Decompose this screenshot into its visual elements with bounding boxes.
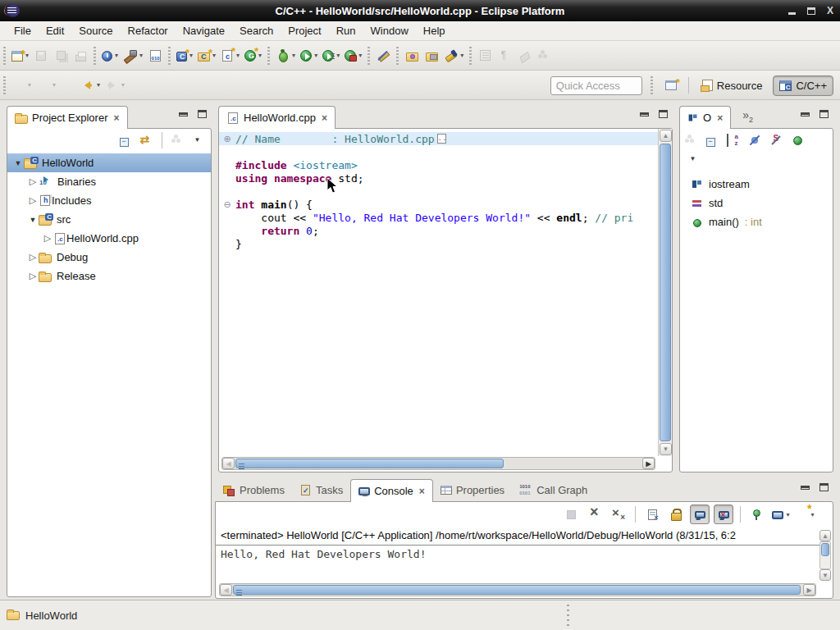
- console-output-text[interactable]: Hello, Red Hat Developers World!: [221, 548, 816, 581]
- stacked-views-indicator[interactable]: »2: [742, 108, 753, 124]
- scroll-lock-button[interactable]: [666, 504, 686, 524]
- hide-nonpublic-button[interactable]: [788, 131, 806, 149]
- scroll-down-button[interactable]: ▼: [660, 443, 672, 455]
- menu-refactor[interactable]: Refactor: [121, 22, 176, 39]
- tree-item-release[interactable]: ▷Release: [7, 267, 211, 285]
- tab-call-graph[interactable]: Call Graph: [512, 478, 595, 501]
- tab-tasks[interactable]: Tasks: [292, 478, 350, 501]
- tab-helloworld-cpp[interactable]: HelloWorld.cpp ×: [218, 106, 336, 129]
- dropdown-chevron[interactable]: ▾: [28, 81, 31, 89]
- maximize-view-button[interactable]: [819, 483, 829, 491]
- mark-occurrences-button[interactable]: [373, 45, 393, 66]
- hide-fields-button[interactable]: [746, 131, 764, 149]
- maximize-view-button[interactable]: [659, 110, 668, 118]
- maximize-button[interactable]: [807, 7, 815, 15]
- view-menu-button[interactable]: [685, 150, 703, 168]
- outline-item-main-[interactable]: main() : int: [680, 212, 833, 231]
- collapse-arrow[interactable]: ▼: [12, 159, 24, 167]
- dropdown-chevron[interactable]: ▾: [236, 52, 240, 59]
- minimize-view-button[interactable]: [179, 112, 188, 116]
- scroll-left-button[interactable]: ◀: [222, 458, 235, 469]
- code-editor-canvas[interactable]: ⊕// Name : HelloWorld.cpp..#include <ios…: [219, 129, 658, 456]
- tree-item-src[interactable]: ▼src: [7, 210, 211, 229]
- dropdown-chevron[interactable]: ▾: [189, 52, 193, 59]
- scroll-down-button[interactable]: ▼: [819, 569, 831, 581]
- minimize-view-button[interactable]: [640, 112, 649, 116]
- quick-access-input[interactable]: [550, 76, 642, 95]
- expand-arrow[interactable]: ▷: [27, 176, 39, 187]
- pin-console-button[interactable]: [747, 504, 767, 524]
- menu-search[interactable]: Search: [232, 22, 281, 39]
- sort-button[interactable]: [724, 131, 742, 149]
- external-tools-button[interactable]: ▾: [342, 45, 364, 66]
- remove-all-button[interactable]: [609, 504, 628, 524]
- dropdown-chevron[interactable]: ▾: [358, 52, 362, 59]
- open-resource-button[interactable]: [422, 45, 441, 66]
- remove-button[interactable]: [585, 504, 605, 524]
- dropdown-chevron[interactable]: ▾: [786, 511, 789, 518]
- scrollbar-thumb[interactable]: [233, 585, 801, 595]
- new-wizard-button[interactable]: ▾: [9, 45, 31, 66]
- close-tab-icon[interactable]: ×: [113, 112, 119, 124]
- debug-button[interactable]: ▾: [273, 45, 298, 66]
- new-c-project-button[interactable]: ▾: [174, 45, 195, 66]
- link-with-editor-button[interactable]: [138, 131, 156, 149]
- new-c-folder-button[interactable]: ▾: [195, 45, 218, 66]
- dropdown-chevron[interactable]: ▾: [115, 52, 118, 59]
- run-button[interactable]: ▾: [298, 45, 320, 66]
- menu-edit[interactable]: Edit: [39, 22, 71, 39]
- hide-static-button[interactable]: [767, 131, 785, 149]
- dropdown-chevron[interactable]: ▾: [97, 81, 100, 89]
- minimize-button[interactable]: [788, 7, 796, 15]
- dropdown-chevron[interactable]: ▾: [336, 52, 340, 59]
- editor-vertical-scrollbar[interactable]: ▲ ▼: [658, 129, 672, 456]
- profile-button[interactable]: ▾: [99, 45, 121, 66]
- tree-item-helloworld-cpp[interactable]: ▷HelloWorld.cpp: [7, 229, 211, 248]
- expand-arrow[interactable]: ▷: [27, 195, 39, 206]
- status-bar-grip[interactable]: [567, 605, 569, 626]
- clear-button[interactable]: [642, 504, 662, 524]
- folded-region-indicator[interactable]: ..: [437, 134, 446, 144]
- tab-project-explorer[interactable]: Project Explorer ×: [7, 106, 128, 129]
- dropdown-chevron[interactable]: ▾: [292, 52, 295, 59]
- open-console-button[interactable]: ▾: [795, 504, 815, 524]
- binary-button[interactable]: [145, 45, 165, 66]
- scrollbar-thumb[interactable]: [235, 459, 504, 468]
- scroll-right-button[interactable]: ▶: [803, 584, 815, 596]
- show-on-stderr-button[interactable]: [714, 504, 733, 524]
- menu-project[interactable]: Project: [281, 22, 328, 39]
- fold-plus-icon[interactable]: ⊕: [219, 134, 235, 144]
- dropdown-chevron[interactable]: ▾: [212, 52, 216, 59]
- tree-item-helloworld[interactable]: ▼HelloWorld: [7, 153, 211, 172]
- editor-horizontal-scrollbar[interactable]: ◀ ▶: [221, 457, 655, 470]
- display-console-button[interactable]: ▾: [771, 504, 791, 524]
- open-perspective-button[interactable]: [661, 75, 681, 96]
- close-tab-icon[interactable]: ×: [322, 112, 327, 124]
- menu-run[interactable]: Run: [329, 22, 363, 39]
- build-button[interactable]: ▾: [121, 45, 145, 66]
- show-on-stdout-button[interactable]: [690, 504, 710, 524]
- tab-properties[interactable]: Properties: [433, 478, 512, 501]
- outline-item-iostream[interactable]: iostream: [680, 175, 833, 194]
- back-button[interactable]: ▾: [78, 75, 103, 96]
- scrollbar-track[interactable]: [819, 541, 831, 569]
- collapse-all-button[interactable]: [116, 131, 135, 149]
- close-tab-icon[interactable]: ×: [717, 112, 723, 124]
- tab-outline[interactable]: O ×: [679, 106, 731, 129]
- perspective-cpp-button[interactable]: C/C++: [773, 75, 833, 96]
- maximize-view-button[interactable]: [819, 110, 829, 118]
- menu-file[interactable]: File: [7, 22, 39, 39]
- profile-as-button[interactable]: ▾: [320, 45, 342, 66]
- tree-item-includes[interactable]: ▷Includes: [7, 191, 211, 210]
- view-menu-button[interactable]: [189, 131, 208, 149]
- minimize-view-button[interactable]: [801, 486, 810, 490]
- dropdown-chevron[interactable]: ▾: [121, 81, 125, 89]
- console-horizontal-scrollbar[interactable]: ◀ ▶: [219, 583, 816, 596]
- dropdown-chevron[interactable]: ▾: [139, 52, 143, 59]
- expand-arrow[interactable]: ▷: [42, 233, 53, 244]
- menu-source[interactable]: Source: [71, 22, 120, 39]
- collapse-all-button[interactable]: [703, 131, 721, 149]
- maximize-view-button[interactable]: [198, 110, 207, 118]
- expand-arrow[interactable]: ▷: [27, 271, 39, 281]
- menu-window[interactable]: Window: [363, 22, 416, 39]
